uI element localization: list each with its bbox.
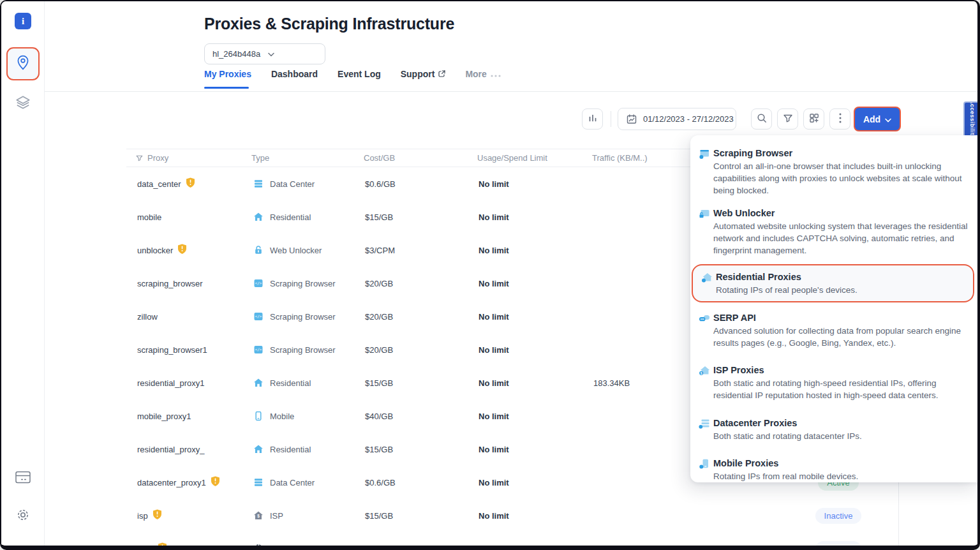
mobile-icon bbox=[253, 411, 264, 421]
residential-icon bbox=[253, 378, 264, 388]
widgets-icon bbox=[808, 112, 820, 126]
tab-support[interactable]: Support bbox=[401, 69, 446, 79]
menu-item-description: Both static and rotating datacenter IPs. bbox=[713, 430, 968, 442]
settings-gear-icon[interactable] bbox=[15, 507, 31, 523]
add-menu-item[interactable]: Scraping Browser Control an all-in-one b… bbox=[690, 142, 979, 202]
proxy-limit: No limit bbox=[479, 200, 509, 234]
menu-item-title: Residential Proxies bbox=[716, 271, 961, 283]
add-menu-item[interactable]: Web Unlocker Automated website unlocking… bbox=[690, 202, 979, 262]
proxy-limit: No limit bbox=[479, 532, 509, 550]
status-badge: Inactive bbox=[815, 541, 862, 550]
proxy-traffic: 183.34KB bbox=[593, 366, 630, 399]
column-header[interactable]: Type bbox=[251, 149, 269, 167]
filter-button[interactable] bbox=[777, 108, 798, 130]
proxy-cost: $0.6/GB bbox=[365, 167, 396, 200]
datacenter-proxies-icon bbox=[699, 418, 710, 432]
menu-item-title: Datacenter Proxies bbox=[713, 417, 968, 429]
add-menu-item[interactable]: Residential Proxies Rotating IPs of real… bbox=[692, 264, 974, 302]
proxy-cost: $15/GB bbox=[365, 366, 393, 399]
proxy-limit: No limit bbox=[479, 466, 509, 499]
add-menu-item[interactable]: SERP API Advanced solution for collectin… bbox=[690, 306, 979, 354]
warning-shield-icon bbox=[177, 244, 187, 255]
mobile-proxies-icon bbox=[699, 458, 710, 472]
column-header[interactable]: Usage/Spend Limit bbox=[477, 149, 547, 167]
residential-icon bbox=[253, 212, 264, 222]
location-pin-icon bbox=[15, 54, 31, 73]
date-range-button[interactable]: 01/12/2023 - 27/12/2023 bbox=[618, 108, 736, 130]
proxy-name: isp bbox=[137, 511, 148, 521]
accessibility-widget-tab[interactable]: Accessibility bbox=[963, 101, 979, 137]
billing-card-icon[interactable] bbox=[15, 469, 31, 486]
proxy-cost: $15/GB bbox=[365, 433, 393, 466]
tab-more[interactable]: More bbox=[465, 69, 500, 79]
warning-shield-icon bbox=[158, 542, 167, 550]
proxy-name: datacenter_proxy1 bbox=[137, 478, 206, 487]
table-row[interactable]: isp $ISP $15/GB No limit Inactive bbox=[126, 499, 979, 532]
widgets-button[interactable] bbox=[803, 108, 824, 130]
menu-item-title: Scraping Browser bbox=[713, 147, 968, 160]
project-selector[interactable]: hl_264b448a (Draft.d... bbox=[204, 43, 325, 64]
more-actions-button[interactable] bbox=[829, 108, 850, 130]
menu-item-description: Rotating IPs from real mobile devices. bbox=[713, 470, 968, 482]
funnel-icon[interactable] bbox=[135, 154, 144, 162]
status-badge: Inactive bbox=[815, 508, 862, 524]
tab-dashboard[interactable]: Dashboard bbox=[271, 69, 318, 79]
menu-item-title: Web Unlocker bbox=[713, 207, 968, 219]
proxy-limit: No limit bbox=[479, 366, 509, 399]
proxy-name: zillow bbox=[137, 312, 158, 322]
sidebar-item-proxies[interactable] bbox=[6, 47, 40, 80]
filter-icon bbox=[782, 112, 794, 126]
svg-text:</>: </> bbox=[255, 347, 262, 352]
svg-text:</>: </> bbox=[255, 281, 262, 285]
tab-my-proxies[interactable]: My Proxies bbox=[204, 69, 251, 79]
scraping-browser-icon: </> bbox=[253, 278, 264, 288]
proxy-name: mobile_proxy1 bbox=[137, 412, 191, 421]
column-header[interactable]: Traffic (KB/M..) bbox=[592, 149, 648, 167]
usage-stats-button[interactable] bbox=[582, 108, 603, 130]
chevron-down-icon bbox=[885, 114, 891, 124]
menu-item-description: Automated website unlocking system that … bbox=[713, 220, 968, 256]
scraping-browser-icon: </> bbox=[253, 311, 264, 322]
proxy-type-label: Scraping Browser bbox=[270, 345, 336, 355]
proxy-name: scraping_browser1 bbox=[137, 345, 207, 355]
datacenter-icon bbox=[253, 477, 264, 487]
proxy-type-label: SERP API bbox=[270, 544, 308, 550]
proxy-name: unblocker bbox=[137, 246, 173, 255]
date-range-value: 01/12/2023 - 27/12/2023 bbox=[643, 114, 734, 124]
menu-item-title: ISP Proxies bbox=[713, 364, 968, 376]
proxy-cost: $15/GB bbox=[365, 200, 393, 234]
proxy-limit: No limit bbox=[479, 399, 509, 433]
search-icon bbox=[756, 112, 768, 126]
calendar-icon bbox=[626, 114, 637, 125]
layers-icon[interactable] bbox=[15, 94, 31, 111]
proxy-limit: No limit bbox=[479, 267, 509, 300]
proxy-type-label: Scraping Browser bbox=[270, 279, 336, 288]
proxy-type-label: Web Unlocker bbox=[270, 246, 322, 255]
kebab-menu-icon bbox=[839, 113, 842, 126]
svg-text:$: $ bbox=[701, 371, 702, 375]
table-row[interactable]: serp SERP API $3/CPM No limit Inactive bbox=[126, 532, 979, 550]
add-menu-item[interactable]: Datacenter Proxies Both static and rotat… bbox=[690, 412, 979, 447]
column-header[interactable]: Proxy bbox=[147, 153, 168, 163]
serp-icon bbox=[253, 544, 264, 550]
info-icon[interactable]: i bbox=[15, 13, 31, 29]
add-menu-item[interactable]: $ ISP Proxies Both static and rotating h… bbox=[690, 359, 979, 406]
scraping-browser-icon: </> bbox=[253, 345, 264, 355]
add-menu-item[interactable]: Mobile Proxies Rotating IPs from real mo… bbox=[690, 452, 979, 482]
menu-item-description: Rotating IPs of real people's devices. bbox=[716, 284, 961, 296]
web-unlocker-icon bbox=[699, 208, 710, 222]
proxy-cost: $3/CPM bbox=[365, 234, 395, 267]
tab-bar: My Proxies Dashboard Event Log Support M… bbox=[204, 69, 501, 79]
app-window: i Proxies & Scraping Infrastructure hl_2… bbox=[0, 0, 980, 550]
add-dropdown-menu: Scraping Browser Control an all-in-one b… bbox=[690, 135, 979, 482]
proxy-name: data_center bbox=[137, 179, 181, 189]
proxy-type-label: ISP bbox=[270, 511, 283, 521]
residential-proxies-icon bbox=[701, 272, 713, 286]
proxy-limit: No limit bbox=[479, 333, 509, 366]
sidebar: i bbox=[1, 1, 45, 546]
tab-event-log[interactable]: Event Log bbox=[338, 69, 381, 79]
bar-chart-icon bbox=[587, 112, 598, 126]
column-header[interactable]: Cost/GB bbox=[364, 149, 395, 167]
search-button[interactable] bbox=[751, 108, 772, 130]
add-button[interactable]: Add bbox=[855, 108, 900, 130]
